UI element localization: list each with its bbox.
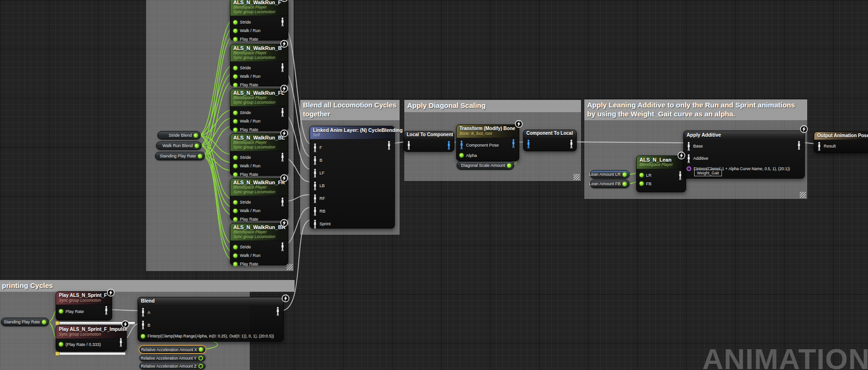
pose-output-icon[interactable] <box>387 141 391 150</box>
animgraph-canvas[interactable]: Blend all Locomotion Cycles together App… <box>0 0 868 370</box>
pose-output-icon[interactable] <box>280 197 285 206</box>
node-header[interactable]: Blend <box>138 297 283 305</box>
pose-pin-icon[interactable] <box>313 194 317 203</box>
float-pin-icon[interactable] <box>233 245 237 249</box>
float-pin-icon[interactable] <box>233 29 237 33</box>
float-pin-icon[interactable] <box>233 254 237 258</box>
pose-output-icon[interactable] <box>280 63 285 72</box>
pill-lean-amount-lr[interactable]: Lean Amount LR <box>590 170 630 179</box>
node-header[interactable]: Linked Anim Layer: (N) CycleBlending Sel… <box>310 126 394 140</box>
pill-standing-play-rate[interactable]: Standing Play Rate <box>155 152 205 160</box>
float-pin-icon[interactable] <box>199 347 203 352</box>
node-als-n-walkrun-b[interactable]: ALS_N_WalkRun_B Blendspace Player Sync g… <box>230 44 288 86</box>
float-pin-icon[interactable] <box>233 156 237 160</box>
float-pin-icon[interactable] <box>42 320 46 324</box>
float-pin-icon[interactable] <box>233 20 237 25</box>
pill-walk-run-blend[interactable]: Walk Run Blend <box>156 141 202 150</box>
curve-name-tag[interactable]: Weight_Gait <box>694 170 722 176</box>
float-pin-icon[interactable] <box>198 154 202 158</box>
node-transform-modify-bone[interactable]: Transform (Modify) Bone Bone: ik_foot_ro… <box>456 124 519 161</box>
float-pin-icon[interactable] <box>639 173 644 177</box>
node-header[interactable]: Local To Component <box>404 132 454 139</box>
float-pin-icon[interactable] <box>233 66 237 70</box>
float-pin-icon[interactable] <box>233 200 237 205</box>
node-output-animation-pose[interactable]: Output Animation Pose Result <box>814 132 868 153</box>
node-header[interactable]: Play ALS_N_Sprint_F_Impulse Sync group L… <box>56 326 126 339</box>
float-pin-icon[interactable] <box>59 309 63 313</box>
float-pin-icon[interactable] <box>233 217 237 222</box>
node-component-to-local[interactable]: Component To Local <box>523 130 577 151</box>
node-header[interactable]: Transform (Modify) Bone Bone: ik_foot_ro… <box>457 125 519 138</box>
pose-pin-icon[interactable] <box>313 207 317 216</box>
node-als-n-walkrun-bl[interactable]: ALS_N_WalkRun_BL Blendspace Player Sync … <box>230 133 288 176</box>
pose-pin-icon[interactable] <box>313 220 317 229</box>
pose-output-icon[interactable] <box>797 141 801 150</box>
pose-output-icon[interactable] <box>678 171 682 180</box>
pose-output-icon[interactable] <box>447 141 451 150</box>
node-als-n-walkrun-f[interactable]: ALS_N_WalkRun_F Blendspace Player Sync g… <box>230 0 288 41</box>
node-apply-additive[interactable]: Apply Additive Base Additive FInterp(Cla… <box>683 131 805 179</box>
float-pin-icon[interactable] <box>233 83 237 87</box>
float-pin-icon[interactable] <box>194 133 198 138</box>
pose-output-icon[interactable] <box>569 140 573 148</box>
float-pin-icon[interactable] <box>233 128 237 132</box>
node-header[interactable]: Component To Local <box>524 130 576 138</box>
node-als-n-walkrun-fl[interactable]: ALS_N_WalkRun_FL Blendspace Player Sync … <box>230 89 288 131</box>
float-pin-icon[interactable] <box>233 262 237 266</box>
node-header[interactable]: ALS_N_WalkRun_BL Blendspace Player Sync … <box>230 134 288 151</box>
pose-pin-icon[interactable] <box>141 308 145 317</box>
float-pin-icon[interactable] <box>59 342 63 346</box>
pose-output-icon[interactable] <box>280 242 285 251</box>
node-blend[interactable]: Blend A B FInterp(Clamp(Map Range(Alpha,… <box>138 297 284 342</box>
pose-pin-icon[interactable] <box>313 156 317 165</box>
pill-diagonal-scale-amount[interactable]: Diagonal Scale Amount <box>457 161 514 170</box>
float-pin-icon[interactable] <box>459 153 464 157</box>
pose-output-icon[interactable] <box>276 307 280 316</box>
node-als-n-lean[interactable]: ALS_N_Lean Blendspace Player LR FB <box>636 156 686 192</box>
node-header[interactable]: ALS_N_WalkRun_BR Blendspace Player Sync … <box>230 223 288 241</box>
pill-relative-acceleration-x[interactable]: Relative Acceleration Amount X <box>139 346 205 353</box>
pose-pin-icon[interactable] <box>687 142 691 151</box>
pose-output-icon[interactable] <box>280 17 285 26</box>
float-pin-icon[interactable] <box>198 364 203 369</box>
pose-output-icon[interactable] <box>280 153 285 162</box>
pose-pin-icon[interactable] <box>313 169 317 178</box>
float-pin-icon[interactable] <box>233 164 237 168</box>
node-play-als-n-sprint-f[interactable]: Play ALS_N_Sprint_F Sync group Locomotio… <box>56 291 112 321</box>
float-pin-icon[interactable] <box>195 144 199 148</box>
pose-pin-icon[interactable] <box>407 141 411 150</box>
node-local-to-component[interactable]: Local To Component <box>403 131 454 152</box>
float-pin-icon[interactable] <box>622 182 627 186</box>
pill-standing-play-rate-sprint[interactable]: Standing Play Rate <box>1 318 49 326</box>
float-pin-icon[interactable] <box>233 209 237 213</box>
alpha-curve-pin-icon[interactable] <box>687 166 691 171</box>
node-header[interactable]: Output Animation Pose <box>814 132 868 140</box>
node-header[interactable]: ALS_N_WalkRun_FL Blendspace Player Sync … <box>230 89 288 107</box>
pose-pin-icon[interactable] <box>817 142 821 151</box>
float-pin-icon[interactable] <box>233 74 237 79</box>
pill-relative-acceleration-z[interactable]: Relative Acceleration Amount Z <box>139 362 205 370</box>
node-header[interactable]: Play ALS_N_Sprint_F Sync group Locomotio… <box>56 292 112 305</box>
float-pin-icon[interactable] <box>141 334 145 338</box>
pose-output-icon[interactable] <box>104 306 108 315</box>
pose-output-icon[interactable] <box>511 139 516 148</box>
float-pin-icon[interactable] <box>622 173 627 177</box>
float-pin-icon[interactable] <box>233 119 237 123</box>
pose-pin-icon[interactable] <box>459 140 464 149</box>
float-pin-icon[interactable] <box>198 356 203 361</box>
node-header[interactable]: ALS_N_WalkRun_F Blendspace Player Sync g… <box>230 0 288 16</box>
pose-pin-icon[interactable] <box>313 143 317 152</box>
node-play-als-n-sprint-f-impulse[interactable]: Play ALS_N_Sprint_F_Impulse Sync group L… <box>56 325 127 352</box>
node-linked-anim-layer-cycleblending[interactable]: Linked Anim Layer: (N) CycleBlending Sel… <box>310 126 395 229</box>
pill-lean-amount-fb[interactable]: Lean Amount FB <box>590 180 630 188</box>
float-pin-icon[interactable] <box>507 164 511 168</box>
float-pin-icon[interactable] <box>233 111 237 115</box>
float-pin-icon[interactable] <box>233 37 237 41</box>
pose-pin-icon[interactable] <box>687 154 691 163</box>
float-pin-icon[interactable] <box>639 181 644 186</box>
node-als-n-walkrun-br[interactable]: ALS_N_WalkRun_BR Blendspace Player Sync … <box>230 223 288 265</box>
pose-output-icon[interactable] <box>119 338 123 347</box>
node-header[interactable]: ALS_N_WalkRun_B Blendspace Player Sync g… <box>230 44 288 62</box>
pose-pin-icon[interactable] <box>313 181 317 190</box>
node-als-n-walkrun-fr[interactable]: ALS_N_WalkRun_FR Blendspace Player Sync … <box>230 178 288 221</box>
